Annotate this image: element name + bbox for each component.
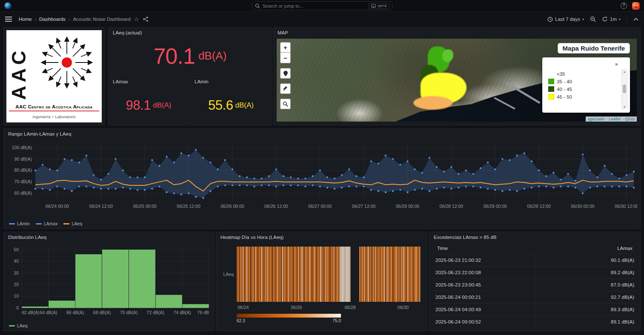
panel-title[interactable]: LAeq (actual) [109,28,272,38]
column-header-time[interactable]: Time [435,246,535,251]
caret-down-icon: ▾ [582,17,584,21]
svg-text:06/30 12:00: 06/30 12:00 [615,204,638,209]
map-zoom-out-button[interactable]: − [280,53,291,63]
heatmap-row-label: LAeq [223,272,234,277]
breadcrumb-home[interactable]: Home [19,17,32,22]
attribution-link[interactable]: Leaflet [609,117,620,121]
cell-time: 2025-06-24 04:00:49 [434,307,535,312]
panel-lamax-stat: LAmax 98.1dB(A) [108,76,189,125]
panel-excedencias-table: Excedencias LAmax > 85 dB Time LAmax 202… [429,232,641,331]
map-measure-button[interactable] [280,83,291,94]
svg-text:90 dB(A): 90 dB(A) [14,156,32,162]
favorite-star-icon[interactable]: ☆ [134,16,139,23]
svg-text:06/24: 06/24 [238,305,249,310]
svg-text:06/29 00:00: 06/29 00:00 [483,204,507,209]
heatmap-colorbar [237,314,341,318]
table-row[interactable]: 2025-06-23 22:00:0889.2 dB(A) [434,266,636,278]
scroll-down-icon[interactable]: ▼ [622,105,627,108]
cell-time: 2025-06-23 22:00:08 [434,270,535,275]
svg-text:80 dB(A): 80 dB(A) [14,168,32,173]
map-pin-icon [283,71,288,77]
table-row[interactable]: 2025-06-24 09:00:5289.1 dB(A) [434,315,636,328]
svg-text:20: 20 [14,282,19,287]
svg-text:06/26 12:00: 06/26 12:00 [264,204,288,209]
svg-text:06/25 00:00: 06/25 00:00 [133,204,157,209]
cell-lamax: 92.7 dB(A) [535,291,636,303]
laeq-value: 70.1dB(A) [109,37,272,75]
svg-text:06/25 12:00: 06/25 12:00 [177,204,200,209]
map-canvas[interactable]: + − Mapa Ruido Tenerife [277,39,637,122]
map-marker-button[interactable] [280,68,291,79]
panel-title[interactable]: Rango LAmin-LAmax y LAeq [4,129,640,139]
panel-title[interactable]: LAmax [109,77,189,87]
svg-text:70 dB(A): 70 dB(A) [120,310,137,315]
table-header: Time LAmax [434,243,636,254]
panel-lamin-stat: LAmin 55.6dB(A) [190,76,272,125]
svg-text:68 dB(A): 68 dB(A) [93,310,111,315]
panel-title[interactable]: Distribución LAeq [4,232,214,242]
scrollbar-thumb[interactable] [623,85,626,93]
collapse-up-icon[interactable] [633,17,639,21]
aac-radiating-arrows-icon [34,32,99,97]
refresh-picker[interactable]: 1m ▾ [602,16,621,22]
map-overlay-title: Mapa Ruido Tenerife [558,43,630,54]
help-icon[interactable]: ? [621,3,627,9]
svg-text:0: 0 [16,305,19,310]
cell-time: 2025-06-24 09:00:52 [434,319,535,324]
svg-text:06/26: 06/26 [291,305,302,310]
search-icon [283,101,288,107]
toolbar-divider [627,16,627,23]
svg-text:64 dB(A): 64 dB(A) [40,310,57,315]
share-icon[interactable] [143,16,149,22]
map-search-button[interactable] [280,99,291,109]
menu-toggle-icon[interactable] [5,17,12,22]
legend-lamax[interactable]: LAmax [36,221,58,226]
user-avatar[interactable] [632,2,640,10]
colorbar-min: 62.3 [237,318,245,323]
rango-chart[interactable]: 60 dB(A)70 dB(A)80 dB(A)90 dB(A)100 dB(A… [7,140,638,216]
zoom-out-icon[interactable] [590,16,596,22]
panel-title[interactable]: LAmin [190,77,272,87]
time-range-picker[interactable]: Last 7 days ▾ [547,17,584,22]
attribution-link[interactable]: qgis2web [588,117,604,121]
table-row[interactable]: 2025-06-24 00:00:2192.7 dB(A) [434,291,636,303]
breadcrumb-dashboards[interactable]: Dashboards [39,17,66,22]
search-shortcut-badge: ctrl+k [369,3,389,9]
table-row[interactable]: 2025-06-23 23:00:4587.0 dB(A) [434,278,636,291]
legend-collapse-icon[interactable]: » [615,61,618,67]
column-header-lamax[interactable]: LAmax [535,246,635,251]
legend-label: 35 - 40 [557,79,572,84]
legend-laeq[interactable]: LAeq [9,323,28,328]
table-row[interactable]: 2025-06-24 04:00:4989.3 dB(A) [434,303,636,315]
legend-items: <3535 - 4040 - 4545 - 50 [548,71,618,99]
panel-distribucion-histogram: Distribución LAeq 0102030405062 dB(A)64 … [3,232,215,331]
search-box[interactable]: ctrl+k [252,1,392,10]
legend-swatch [548,94,554,99]
scroll-up-icon[interactable]: ▲ [622,70,627,73]
svg-text:06/27 12:00: 06/27 12:00 [352,204,376,209]
panel-title[interactable]: Heatmap Día vs Hora (LAeq) [216,232,427,242]
search-input[interactable] [263,3,366,9]
legend-lamin[interactable]: LAmin [9,221,30,226]
cell-lamax: 90.1 dB(A) [535,254,636,266]
svg-text:50: 50 [14,247,19,252]
panel-heatmap: Heatmap Día vs Hora (LAeq) LAeq06/2406/2… [216,232,428,331]
svg-text:06/26 00:00: 06/26 00:00 [220,204,244,209]
grafana-logo-icon[interactable] [4,2,11,9]
panel-rango-timeseries: Rango LAmin-LAmax y LAeq 60 dB(A)70 dB(A… [3,128,641,229]
attribution-link[interactable]: QGIS [625,117,635,121]
panel-title[interactable]: Excedencias LAmax > 85 dB [429,232,640,242]
legend-laeq[interactable]: LAeq [63,221,82,226]
heatmap-chart[interactable]: LAeq06/2406/2606/2806/30 [220,243,425,312]
legend-label: 40 - 45 [557,87,572,92]
svg-text:60 dB(A): 60 dB(A) [14,190,32,196]
map-zoom-in-button[interactable]: + [280,42,291,53]
legend-scrollbar[interactable]: ▲ ▼ [621,69,627,109]
table-row[interactable]: 2025-06-23 21:00:3290.1 dB(A) [434,254,636,266]
distribucion-chart[interactable]: 0102030405062 dB(A)64 dB(A)66 dB(A)68 dB… [7,243,212,320]
aac-brand-text: AAC [7,33,30,100]
panel-title[interactable]: MAP [273,28,640,38]
legend-swatch [548,71,554,77]
svg-text:06/30: 06/30 [398,305,409,310]
breadcrumb: Home › Dashboards › Acoustic Noise Dashb… [19,17,131,22]
